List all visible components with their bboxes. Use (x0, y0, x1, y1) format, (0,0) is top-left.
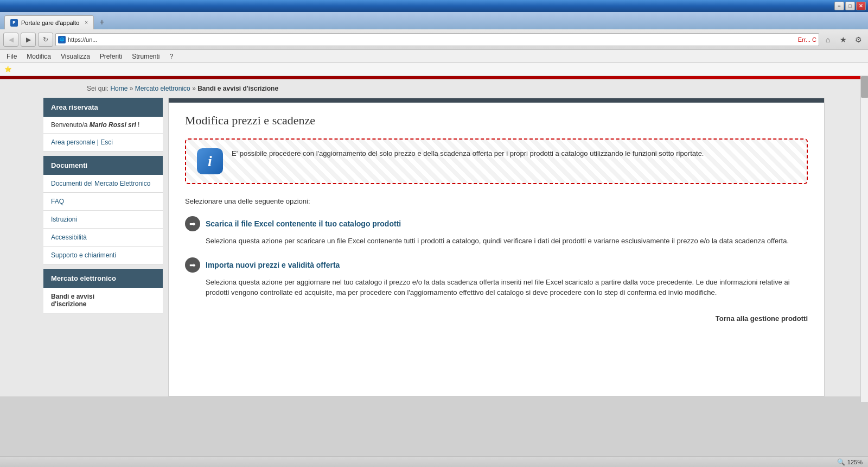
back-button[interactable]: ◀ (3, 33, 18, 47)
sidebar-user-info: Benvenuto/a Mario Rossi srl ! (43, 117, 163, 134)
sidebar-mercato-header: Mercato elettronico (43, 269, 163, 288)
sidebar-item-bandi[interactable]: Bandi e avvisid'iscrizione (43, 288, 163, 313)
info-icon-label: i (208, 153, 212, 170)
sidebar-label-supporto: Supporto e chiarimenti (51, 251, 116, 259)
browser-tabbar: P Portale gare d'appalto × + (0, 12, 868, 29)
new-tab-button[interactable]: + (96, 15, 107, 29)
select-prompt: Selezionare una delle seguente opzioni: (185, 197, 808, 205)
scrollbar-thumb[interactable] (861, 76, 868, 98)
refresh-button[interactable]: ↻ (38, 33, 53, 47)
sidebar-user-name: Mario Rossi srl (90, 121, 136, 129)
sidebar-welcome-text: Benvenuto/a (51, 121, 87, 129)
zoom-level: 125% (847, 459, 863, 465)
scrollbar-right[interactable] (860, 76, 868, 402)
breadcrumb-prefix: Sei qui: (87, 85, 108, 92)
forward-button[interactable]: ▶ (21, 33, 36, 47)
info-icon: i (197, 148, 223, 174)
action-importa-description: Seleziona questa azione per aggiornare n… (206, 277, 808, 298)
menu-modifica[interactable]: Modifica (22, 52, 55, 61)
info-box-text: E' possibile procedere con l'aggiornamen… (232, 148, 704, 159)
action-scarica-description: Seleziona questa azione per scaricare un… (206, 236, 808, 247)
back-link[interactable]: Torna alla gestione prodotti (716, 314, 808, 323)
sidebar-gap (43, 152, 163, 156)
breadcrumb-sep1: » (130, 85, 135, 92)
sidebar-label-accessibilita: Accessibilità (51, 234, 87, 241)
sidebar-item-faq[interactable]: FAQ (43, 193, 163, 211)
sidebar-item-accessibilita[interactable]: Accessibilità (43, 229, 163, 247)
sidebar-label-faq: FAQ (51, 198, 64, 205)
browser-toolbar: ◀ ▶ ↻ 🌐 https://un... Err... C ⌂ ★ ⚙ (0, 29, 868, 50)
sidebar-area-personale-label: Area personale (51, 138, 95, 146)
sidebar-item-area-personale[interactable]: Area personale | Esci (43, 134, 163, 152)
sidebar-item-documenti-mercato[interactable]: Documenti del Mercato Elettronico (43, 175, 163, 193)
main-content-header-strip (169, 98, 824, 103)
info-box: i E' possibile procedere con l'aggiornam… (185, 138, 808, 184)
sidebar-user-suffix: ! (138, 121, 139, 129)
toolbar-icons: ⌂ ★ ⚙ (821, 33, 865, 46)
menu-help[interactable]: ? (165, 52, 178, 61)
action-importa: ➡ Importa nuovi prezzi e validità offert… (185, 257, 808, 298)
action-scarica-link[interactable]: Scarica il file Excel contenente il tuo … (206, 219, 401, 228)
maximize-button[interactable]: □ (845, 2, 855, 10)
browser-menubar: File Modifica Visualizza Preferiti Strum… (0, 50, 868, 63)
sidebar-area-riservata-header: Area riservata (43, 98, 163, 117)
titlebar-controls: − □ ✕ (834, 2, 866, 10)
breadcrumb: Sei qui: Home » Mercato elettronico » Ba… (0, 79, 868, 98)
menu-strumenti[interactable]: Strumenti (127, 52, 164, 61)
breadcrumb-home[interactable]: Home (110, 85, 127, 92)
menu-file[interactable]: File (2, 52, 21, 61)
sidebar-esci-label: Esci (100, 138, 113, 146)
sidebar-documenti-header: Documenti (43, 156, 163, 175)
address-error: Err... C (798, 36, 816, 43)
menu-preferiti[interactable]: Preferiti (95, 52, 126, 61)
action-importa-arrow-icon: ➡ (185, 257, 200, 273)
main-content-panel: Modifica prezzi e scadenze i E' possibil… (168, 98, 825, 396)
browser-tab[interactable]: P Portale gare d'appalto × (4, 15, 94, 29)
content-area: Area riservata Benvenuto/a Mario Rossi s… (0, 98, 868, 396)
breadcrumb-sep2: » (192, 85, 197, 92)
action-importa-title-row: ➡ Importa nuovi prezzi e validità offert… (185, 257, 808, 273)
address-text: https://un... (68, 36, 796, 43)
address-favicon: 🌐 (58, 36, 66, 43)
zoom-icon: 🔍 (837, 458, 845, 466)
sidebar-label-istruzioni: Istruzioni (51, 216, 77, 223)
home-button[interactable]: ⌂ (821, 33, 834, 46)
page-title: Modifica prezzi e scadenze (185, 113, 808, 128)
address-bar[interactable]: 🌐 https://un... Err... C (55, 33, 819, 46)
menu-visualizza[interactable]: Visualizza (56, 52, 94, 61)
tab-title: Portale gare d'appalto (21, 20, 79, 26)
action-scarica-arrow-icon: ➡ (185, 216, 200, 231)
breadcrumb-mercato[interactable]: Mercato elettronico (135, 85, 190, 92)
sidebar-item-supporto[interactable]: Supporto e chiarimenti (43, 247, 163, 264)
close-button[interactable]: ✕ (856, 2, 866, 10)
action-scarica-title-row: ➡ Scarica il file Excel contenente il tu… (185, 216, 808, 231)
tab-favicon: P (10, 19, 18, 27)
zoom-indicator: 🔍 125% (837, 458, 863, 466)
breadcrumb-current: Bandi e avvisi d'iscrizione (197, 85, 278, 92)
sidebar-gap2 (43, 264, 163, 269)
back-link-container: Torna alla gestione prodotti (185, 309, 808, 323)
favorites-star[interactable]: ★ (837, 33, 850, 46)
settings-button[interactable]: ⚙ (852, 33, 865, 46)
action-scarica: ➡ Scarica il file Excel contenente il tu… (185, 216, 808, 247)
sidebar-item-istruzioni[interactable]: Istruzioni (43, 211, 163, 229)
minimize-button[interactable]: − (834, 2, 844, 10)
browser-titlebar: − □ ✕ (0, 0, 868, 12)
action-importa-link[interactable]: Importa nuovi prezzi e validità offerta (206, 261, 340, 269)
favorites-bar: ⭐ (0, 63, 868, 76)
sidebar: Area riservata Benvenuto/a Mario Rossi s… (43, 98, 163, 396)
favorites-bar-icon: ⭐ (4, 66, 12, 73)
sidebar-label-documenti: Documenti del Mercato Elettronico (51, 180, 150, 187)
sidebar-label-bandi: Bandi e avvisid'iscrizione (51, 293, 94, 308)
tab-close-button[interactable]: × (85, 20, 88, 26)
status-bar: 🔍 125% (0, 456, 868, 467)
